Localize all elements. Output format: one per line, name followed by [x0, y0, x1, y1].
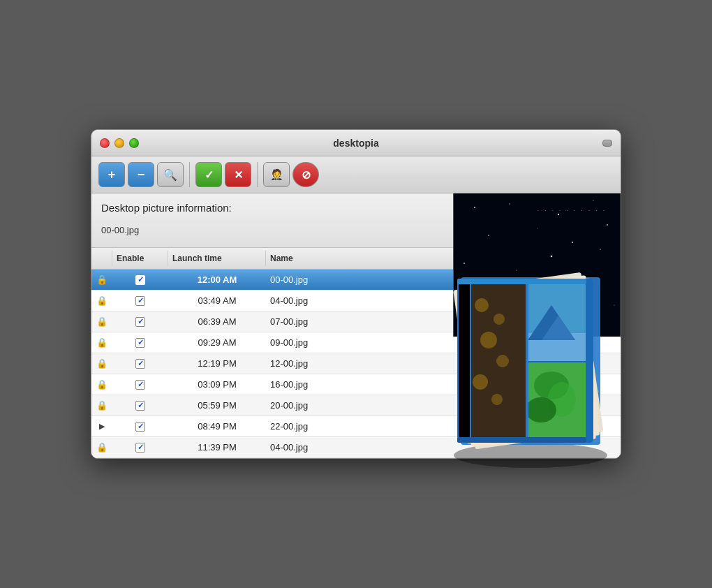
maximize-button[interactable] — [129, 138, 139, 148]
svg-rect-56 — [457, 437, 586, 443]
svg-point-41 — [473, 374, 488, 390]
svg-rect-51 — [526, 283, 528, 439]
checkbox-7[interactable] — [135, 422, 145, 432]
row-icon-4: 🔒 — [91, 355, 112, 372]
book-illustration — [419, 249, 642, 473]
row-time-0: 12:00 AM — [168, 272, 266, 288]
checkbox-3[interactable] — [135, 338, 145, 348]
svg-point-3 — [558, 214, 559, 215]
svg-point-4 — [593, 200, 593, 200]
lock-icon: 🔒 — [96, 442, 107, 453]
row-time-8: 11:39 PM — [168, 439, 266, 455]
row-enable-3[interactable] — [112, 335, 168, 351]
row-time-4: 12:19 PM — [168, 355, 266, 372]
checkbox-4[interactable] — [135, 359, 145, 369]
lock-icon: 🔒 — [96, 274, 107, 285]
row-time-5: 03:09 PM — [168, 376, 266, 392]
butler-button[interactable]: 🤵 — [263, 162, 290, 187]
svg-point-7 — [537, 228, 537, 228]
add-button[interactable]: + — [98, 162, 125, 187]
svg-point-2 — [509, 203, 510, 205]
resize-button[interactable] — [602, 140, 612, 147]
row-enable-7[interactable] — [112, 419, 168, 434]
row-icon-8: 🔒 — [91, 439, 112, 455]
play-icon: ▶ — [99, 422, 105, 431]
row-enable-2[interactable] — [112, 314, 168, 330]
toolbar-separator-2 — [257, 162, 258, 187]
svg-point-39 — [480, 332, 497, 348]
checkbox-2[interactable] — [135, 317, 145, 327]
lock-icon: 🔒 — [96, 316, 107, 327]
lock-icon: 🔒 — [96, 295, 107, 306]
row-icon-1: 🔒 — [91, 293, 112, 309]
minimize-button[interactable] — [114, 138, 124, 148]
row-time-1: 03:49 AM — [168, 293, 266, 309]
row-time-7: 08:49 PM — [168, 418, 266, 434]
disable-button[interactable]: ✕ — [225, 162, 251, 187]
row-icon-0: 🔒 — [91, 272, 112, 288]
svg-point-38 — [494, 314, 505, 325]
row-time-2: 06:39 AM — [168, 314, 266, 330]
traffic-lights — [100, 138, 139, 148]
svg-rect-55 — [457, 279, 586, 284]
svg-point-5 — [607, 224, 608, 226]
checkbox-1[interactable] — [135, 296, 145, 306]
row-icon-2: 🔒 — [91, 314, 112, 330]
lock-icon: 🔒 — [96, 337, 107, 348]
remove-button[interactable]: − — [128, 162, 154, 187]
row-time-6: 05:59 PM — [168, 397, 266, 413]
svg-point-40 — [496, 355, 509, 367]
row-enable-1[interactable] — [112, 293, 168, 309]
row-icon-5: 🔒 — [91, 376, 112, 392]
svg-rect-54 — [459, 279, 470, 443]
col-header-enable: Enable — [112, 251, 168, 266]
row-enable-0[interactable] — [112, 272, 168, 288]
book-svg — [419, 249, 642, 473]
close-button[interactable] — [100, 138, 110, 148]
toolbar-separator-1 — [189, 162, 190, 187]
checkbox-6[interactable] — [135, 401, 145, 411]
window-title: desktopia — [333, 138, 378, 149]
row-enable-4[interactable] — [112, 356, 168, 372]
lock-icon: 🔒 — [96, 358, 107, 369]
row-icon-6: 🔒 — [91, 397, 112, 413]
info-filename: 00-00.jpg — [101, 225, 139, 235]
svg-point-1 — [474, 207, 475, 208]
lock-icon: 🔒 — [96, 379, 107, 390]
row-enable-6[interactable] — [112, 398, 168, 413]
row-enable-5[interactable] — [112, 377, 168, 392]
toolbar: + − 🔍 ✓ ✕ 🤵 ⊘ — [91, 156, 621, 193]
col-header-launch-time: Launch time — [168, 251, 266, 266]
svg-point-37 — [475, 298, 489, 312]
checkbox-8[interactable] — [135, 443, 145, 453]
row-time-3: 09:29 AM — [168, 335, 266, 351]
checkbox-0[interactable] — [135, 275, 145, 285]
svg-point-6 — [488, 235, 489, 236]
col-header-icon — [91, 251, 112, 266]
svg-point-50 — [526, 397, 556, 422]
lock-icon: 🔒 — [96, 400, 107, 411]
title-bar: desktopia — [91, 130, 621, 156]
svg-point-42 — [491, 394, 503, 405]
row-icon-3: 🔒 — [91, 335, 112, 351]
stop-button[interactable]: ⊘ — [292, 162, 319, 187]
checkbox-5[interactable] — [135, 380, 145, 390]
row-enable-8[interactable] — [112, 440, 168, 455]
svg-point-8 — [572, 242, 573, 243]
row-icon-7: ▶ — [91, 419, 112, 434]
search-button[interactable]: 🔍 — [157, 162, 184, 187]
enable-button[interactable]: ✓ — [195, 162, 222, 187]
